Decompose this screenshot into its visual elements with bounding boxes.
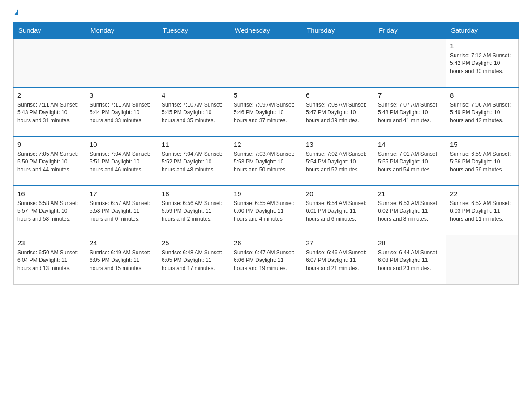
day-cell: 24Sunrise: 6:49 AM Sunset: 6:05 PM Dayli… [86,235,158,284]
day-number: 27 [306,238,370,248]
day-info: Sunrise: 6:59 AM Sunset: 5:56 PM Dayligh… [450,150,515,174]
day-cell: 22Sunrise: 6:52 AM Sunset: 6:03 PM Dayli… [446,186,519,235]
day-info: Sunrise: 6:46 AM Sunset: 6:07 PM Dayligh… [306,249,370,272]
day-info: Sunrise: 6:48 AM Sunset: 6:05 PM Dayligh… [162,249,226,272]
day-cell: 13Sunrise: 7:02 AM Sunset: 5:54 PM Dayli… [302,137,374,186]
day-info: Sunrise: 6:50 AM Sunset: 6:04 PM Dayligh… [17,249,82,272]
day-info: Sunrise: 6:56 AM Sunset: 5:59 PM Dayligh… [162,200,226,223]
day-cell [158,38,230,87]
day-cell: 19Sunrise: 6:55 AM Sunset: 6:00 PM Dayli… [230,186,302,235]
day-info: Sunrise: 7:04 AM Sunset: 5:51 PM Dayligh… [90,150,154,174]
day-number: 5 [234,90,298,100]
weekday-header-wednesday: Wednesday [230,23,302,39]
day-cell [374,38,446,87]
weekday-header-thursday: Thursday [302,23,374,39]
day-info: Sunrise: 7:12 AM Sunset: 5:42 PM Dayligh… [450,52,515,75]
weekday-header-friday: Friday [374,23,446,39]
day-number: 11 [162,140,226,149]
day-number: 8 [450,90,515,100]
day-cell: 14Sunrise: 7:01 AM Sunset: 5:55 PM Dayli… [374,137,446,186]
day-info: Sunrise: 6:57 AM Sunset: 5:58 PM Dayligh… [90,200,154,223]
page-header [13,9,519,15]
weekday-header-row: SundayMondayTuesdayWednesdayThursdayFrid… [14,23,519,39]
day-info: Sunrise: 6:44 AM Sunset: 6:08 PM Dayligh… [378,249,442,272]
day-cell: 9Sunrise: 7:05 AM Sunset: 5:50 PM Daylig… [14,137,86,186]
day-info: Sunrise: 7:06 AM Sunset: 5:49 PM Dayligh… [450,101,515,124]
day-number: 20 [306,189,370,198]
day-info: Sunrise: 6:54 AM Sunset: 6:01 PM Dayligh… [306,200,370,223]
day-number: 1 [450,41,515,51]
week-row-1: 1Sunrise: 7:12 AM Sunset: 5:42 PM Daylig… [14,38,519,87]
day-number: 10 [90,140,154,149]
logo-triangle-icon [14,9,18,15]
day-cell: 1Sunrise: 7:12 AM Sunset: 5:42 PM Daylig… [446,38,519,87]
day-info: Sunrise: 6:58 AM Sunset: 5:57 PM Dayligh… [17,200,82,223]
week-row-3: 9Sunrise: 7:05 AM Sunset: 5:50 PM Daylig… [14,137,519,186]
day-info: Sunrise: 7:11 AM Sunset: 5:44 PM Dayligh… [90,101,154,124]
day-cell: 5Sunrise: 7:09 AM Sunset: 5:46 PM Daylig… [230,87,302,137]
day-cell: 26Sunrise: 6:47 AM Sunset: 6:06 PM Dayli… [230,235,302,284]
weekday-header-monday: Monday [86,23,158,39]
day-info: Sunrise: 6:49 AM Sunset: 6:05 PM Dayligh… [90,249,154,272]
day-info: Sunrise: 7:07 AM Sunset: 5:48 PM Dayligh… [378,101,442,124]
day-info: Sunrise: 7:08 AM Sunset: 5:47 PM Dayligh… [306,101,370,124]
day-cell: 21Sunrise: 6:53 AM Sunset: 6:02 PM Dayli… [374,186,446,235]
day-number: 17 [90,189,154,198]
week-row-5: 23Sunrise: 6:50 AM Sunset: 6:04 PM Dayli… [14,235,519,284]
day-cell: 7Sunrise: 7:07 AM Sunset: 5:48 PM Daylig… [374,87,446,137]
day-info: Sunrise: 7:02 AM Sunset: 5:54 PM Dayligh… [306,150,370,174]
day-cell: 27Sunrise: 6:46 AM Sunset: 6:07 PM Dayli… [302,235,374,284]
day-number: 6 [306,90,370,100]
day-cell: 16Sunrise: 6:58 AM Sunset: 5:57 PM Dayli… [14,186,86,235]
day-number: 15 [450,140,515,149]
day-cell: 23Sunrise: 6:50 AM Sunset: 6:04 PM Dayli… [14,235,86,284]
day-number: 28 [378,238,442,248]
day-number: 3 [90,90,154,100]
day-number: 21 [378,189,442,198]
day-info: Sunrise: 6:53 AM Sunset: 6:02 PM Dayligh… [378,200,442,223]
day-number: 22 [450,189,515,198]
day-number: 19 [234,189,298,198]
day-number: 26 [234,238,298,248]
day-cell: 12Sunrise: 7:03 AM Sunset: 5:53 PM Dayli… [230,137,302,186]
day-cell: 4Sunrise: 7:10 AM Sunset: 5:45 PM Daylig… [158,87,230,137]
day-number: 7 [378,90,442,100]
day-cell [446,235,519,284]
day-cell [230,38,302,87]
day-cell: 17Sunrise: 6:57 AM Sunset: 5:58 PM Dayli… [86,186,158,235]
day-info: Sunrise: 7:05 AM Sunset: 5:50 PM Dayligh… [17,150,82,174]
day-number: 14 [378,140,442,149]
day-info: Sunrise: 7:04 AM Sunset: 5:52 PM Dayligh… [162,150,226,174]
day-info: Sunrise: 7:01 AM Sunset: 5:55 PM Dayligh… [378,150,442,174]
day-number: 16 [17,189,82,198]
logo [13,9,18,15]
day-info: Sunrise: 6:52 AM Sunset: 6:03 PM Dayligh… [450,200,515,223]
day-number: 18 [162,189,226,198]
day-cell: 11Sunrise: 7:04 AM Sunset: 5:52 PM Dayli… [158,137,230,186]
day-number: 4 [162,90,226,100]
day-number: 24 [90,238,154,248]
day-info: Sunrise: 7:10 AM Sunset: 5:45 PM Dayligh… [162,101,226,124]
day-info: Sunrise: 7:09 AM Sunset: 5:46 PM Dayligh… [234,101,298,124]
day-number: 13 [306,140,370,149]
day-cell: 3Sunrise: 7:11 AM Sunset: 5:44 PM Daylig… [86,87,158,137]
weekday-header-tuesday: Tuesday [158,23,230,39]
day-number: 23 [17,238,82,248]
day-cell: 15Sunrise: 6:59 AM Sunset: 5:56 PM Dayli… [446,137,519,186]
day-cell: 18Sunrise: 6:56 AM Sunset: 5:59 PM Dayli… [158,186,230,235]
calendar-table: SundayMondayTuesdayWednesdayThursdayFrid… [13,22,519,285]
weekday-header-sunday: Sunday [14,23,86,39]
weekday-header-saturday: Saturday [446,23,519,39]
day-info: Sunrise: 7:11 AM Sunset: 5:43 PM Dayligh… [17,101,82,124]
day-cell: 2Sunrise: 7:11 AM Sunset: 5:43 PM Daylig… [14,87,86,137]
day-cell: 6Sunrise: 7:08 AM Sunset: 5:47 PM Daylig… [302,87,374,137]
day-cell: 25Sunrise: 6:48 AM Sunset: 6:05 PM Dayli… [158,235,230,284]
day-cell [302,38,374,87]
day-number: 9 [17,140,82,149]
day-number: 12 [234,140,298,149]
day-info: Sunrise: 6:55 AM Sunset: 6:00 PM Dayligh… [234,200,298,223]
week-row-4: 16Sunrise: 6:58 AM Sunset: 5:57 PM Dayli… [14,186,519,235]
day-number: 2 [17,90,82,100]
day-cell: 10Sunrise: 7:04 AM Sunset: 5:51 PM Dayli… [86,137,158,186]
day-cell [14,38,86,87]
